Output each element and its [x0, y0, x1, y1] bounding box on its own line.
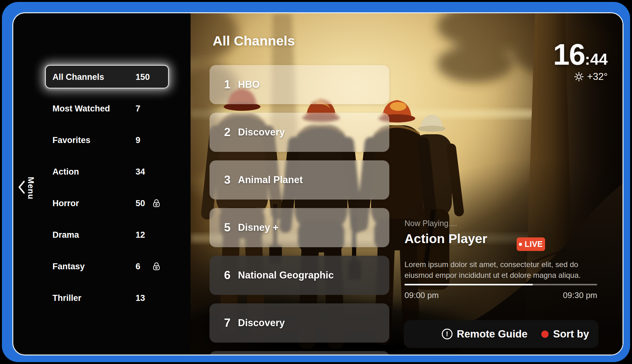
channel-row[interactable]	[210, 351, 389, 355]
sidebar-item-label: Horror	[52, 199, 79, 208]
clock-hours: 16	[553, 40, 585, 69]
progress-bar	[404, 284, 597, 285]
channel-row[interactable]: 7 Discovery	[210, 303, 389, 343]
record-dot-icon	[541, 331, 549, 338]
sidebar-item[interactable]: Favorites 9	[45, 124, 169, 156]
live-dot-icon	[519, 243, 522, 246]
sidebar-item-label: Fantasy	[52, 262, 85, 272]
sidebar-item[interactable]: Fantasy 6	[45, 251, 169, 282]
clock-widget: 16 :44 +32°	[553, 40, 608, 82]
sidebar-item[interactable]: Thriller 13	[45, 282, 169, 314]
start-time: 09:00 pm	[404, 290, 439, 300]
channel-name: National Geographic	[238, 270, 334, 281]
clock-minutes: :44	[585, 50, 608, 69]
bezel-frame: Menu All Channels 150 Most Watched 7 Fav…	[2, 2, 630, 362]
channel-number: 1	[224, 78, 238, 91]
channel-row[interactable]: 1 HBO	[210, 65, 389, 104]
sidebar: All Channels 150 Most Watched 7 Favorite…	[45, 61, 169, 314]
sidebar-item-count: 150	[136, 72, 150, 82]
sun-icon	[574, 72, 584, 82]
time-row: 09:00 pm 09:30 pm	[404, 290, 597, 300]
page-title: All Channels	[213, 33, 295, 49]
sidebar-item-count: 6	[136, 262, 140, 272]
sidebar-item-label: Action	[52, 167, 79, 177]
channel-name: Discovery	[238, 127, 285, 138]
live-label: LIVE	[525, 240, 543, 249]
sidebar-item[interactable]: All Channels 150	[45, 61, 169, 93]
chevron-left-icon	[18, 180, 25, 194]
channel-number: 3	[224, 173, 238, 187]
sidebar-item-count: 50	[136, 199, 145, 208]
channel-row[interactable]: 5 Disney +	[210, 208, 389, 247]
channel-row[interactable]: 3 Animal Planet	[210, 160, 389, 200]
info-icon[interactable]: !	[442, 329, 453, 339]
sort-by-button[interactable]: Sort by	[553, 328, 589, 340]
sidebar-item[interactable]: Most Watched 7	[45, 93, 169, 124]
temperature: +32°	[587, 71, 608, 82]
channel-name: Animal Planet	[238, 174, 303, 186]
screen: Menu All Channels 150 Most Watched 7 Fav…	[12, 12, 623, 355]
sidebar-item-count: 7	[136, 104, 140, 114]
sidebar-item[interactable]: Drama 12	[45, 219, 169, 251]
progress-fill	[404, 284, 533, 285]
sidebar-item[interactable]: Horror 50	[45, 188, 169, 219]
lock-icon	[152, 199, 161, 208]
sidebar-item-label: All Channels	[52, 72, 104, 82]
sidebar-item-label: Thriller	[52, 293, 82, 303]
channel-number: 7	[224, 316, 238, 330]
channel-number: 2	[224, 126, 238, 139]
channel-number: 5	[224, 221, 238, 234]
channel-number: 6	[224, 269, 238, 282]
sidebar-item-label: Most Watched	[52, 104, 110, 114]
live-badge: LIVE	[517, 237, 545, 251]
channel-row[interactable]: 2 Discovery	[210, 113, 389, 152]
player-description: Lorem ipsum dolor sit amet, consectetur …	[404, 259, 603, 281]
channel-name: HBO	[238, 79, 260, 90]
remote-guide-button[interactable]: Remote Guide	[457, 328, 528, 340]
sidebar-item-count: 34	[136, 167, 145, 177]
menu-back[interactable]: Menu	[18, 180, 25, 194]
now-playing-label: Now Playing....	[404, 219, 457, 228]
footer-bar: ! Remote Guide Sort by	[404, 320, 599, 348]
sidebar-item-count: 12	[136, 230, 145, 240]
sidebar-item[interactable]: Action 34	[45, 156, 169, 188]
lock-icon	[152, 262, 161, 271]
channel-name: Discovery	[238, 317, 285, 329]
menu-label: Menu	[26, 177, 36, 200]
end-time: 09:30 pm	[563, 290, 597, 300]
sidebar-item-label: Drama	[52, 230, 79, 240]
sidebar-item-count: 13	[136, 293, 145, 303]
channel-name: Disney +	[238, 222, 278, 233]
player-title: Action Player	[404, 231, 487, 246]
channel-row[interactable]: 6 National Geographic	[210, 256, 389, 295]
sidebar-item-label: Favorites	[52, 135, 90, 145]
channel-list: 1 HBO 2 Discovery 3 Animal Planet 5 Disn…	[210, 65, 389, 355]
sidebar-item-count: 9	[136, 135, 140, 145]
